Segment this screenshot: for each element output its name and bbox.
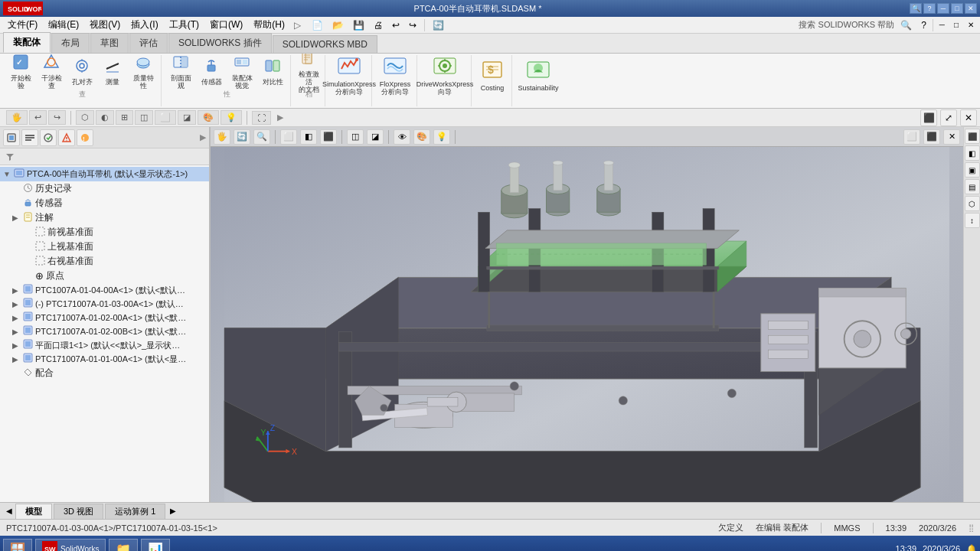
right-btn-1[interactable]: ⬛ (965, 129, 980, 144)
min-app-btn[interactable]: ─ (936, 19, 948, 31)
tree-part-6[interactable]: ▶ PTC171007A-01-01-00A<1> (默认<显示状态-1> (0, 352, 209, 366)
floxpress-btn[interactable]: FloXpress分析向导 (377, 57, 413, 95)
btm-tab-model[interactable]: 模型 (15, 504, 52, 519)
section-view-btn[interactable]: 剖面面观 (166, 57, 195, 87)
sustainability-btn[interactable]: Sustainability (517, 57, 560, 95)
max-app-btn[interactable]: □ (951, 19, 962, 31)
vp-icon-3[interactable]: ↪ (48, 110, 66, 125)
model-view[interactable]: X Y Z (211, 147, 963, 502)
resize-grip[interactable]: ⣿ (969, 523, 974, 532)
right-btn-4[interactable]: ▤ (965, 179, 980, 194)
pan-btn[interactable]: 🖐 (214, 129, 230, 145)
mass-props-btn[interactable]: 质量特性 (129, 57, 158, 87)
view-shade-btn[interactable]: ◧ (300, 129, 317, 145)
hide-show-btn[interactable]: 👁 (394, 129, 410, 145)
tree-right-plane[interactable]: 右视基准面 (0, 254, 209, 269)
viewport[interactable]: 🖐 🔄 🔍 ⬜ ◧ ⬛ ◫ ◪ 👁 🎨 💡 ⬜ ⬛ ✕ (211, 127, 963, 502)
tree-notes[interactable]: ▶ 注解 (0, 210, 209, 225)
redo-btn[interactable]: ↪ (406, 18, 420, 32)
menu-window[interactable]: 窗口(W) (205, 17, 247, 33)
tab-layout[interactable]: 布局 (51, 33, 90, 53)
close-btn[interactable]: ✕ (965, 3, 977, 14)
tree-mates[interactable]: 配合 (0, 366, 209, 380)
part4-expand[interactable]: ▶ (12, 328, 23, 336)
new-btn[interactable]: 📄 (309, 18, 326, 32)
sensor-btn[interactable]: 传感器 (197, 57, 226, 87)
vp-icon-8[interactable]: ⬜ (155, 110, 176, 125)
scroll-right-btn[interactable]: ▶ (167, 507, 179, 515)
tab-mbd[interactable]: SOLIDWORKS MBD (273, 35, 377, 53)
rotate-btn[interactable]: 🔄 (234, 129, 250, 145)
right-btn-2[interactable]: ◧ (965, 145, 980, 161)
close-vp-btn[interactable]: ✕ (943, 129, 960, 145)
tab-evaluate[interactable]: 评估 (129, 33, 168, 53)
tree-root[interactable]: ▼ PTCA-00半自动耳带机 (默认<显示状态-1>) (0, 167, 209, 181)
expand-vp-btn[interactable]: ⬜ (903, 129, 920, 145)
tree-part-2[interactable]: ▶ (-) PTC171007A-01-03-00A<1> (默认<默认_显 (0, 297, 209, 311)
taskbar-ppt-btn[interactable]: 📊 (141, 539, 170, 551)
tab-plugins[interactable]: SOLIDWORKS 插件 (168, 33, 272, 53)
help-btn[interactable]: ? (918, 18, 929, 32)
menu-help[interactable]: 帮助(H) (249, 17, 289, 33)
panel-restore-btn[interactable]: ⬛ (920, 109, 937, 126)
restore-vp-btn[interactable]: ⬛ (923, 129, 940, 145)
driveworksxpress-btn[interactable]: DriveWorksXpress向导 (422, 57, 468, 95)
open-btn[interactable]: 📂 (329, 18, 347, 32)
vp-icon-5[interactable]: ◐ (96, 110, 114, 125)
costing-btn[interactable]: $ Costing (476, 57, 508, 95)
rebuild-btn[interactable]: 🔄 (430, 18, 447, 32)
check-docs-btn[interactable]: 检查激活的文档 (296, 57, 322, 87)
vp-icon-11[interactable]: 💡 (220, 110, 242, 125)
part6-expand[interactable]: ▶ (12, 355, 23, 364)
right-btn-6[interactable]: ↕ (965, 213, 980, 228)
tree-part-5[interactable]: ▶ 平面口環1<1> (默认<<默认>_显示状态 1>) (0, 338, 209, 352)
btm-tab-3d[interactable]: 3D 视图 (54, 504, 103, 519)
lights-btn[interactable]: 💡 (433, 129, 450, 145)
vp-icon-12[interactable]: ⛶ (252, 111, 271, 125)
root-expand[interactable]: ▼ (3, 170, 14, 178)
minimize-btn[interactable]: ─ (937, 3, 949, 14)
tree-top-plane[interactable]: 上视基准面 (0, 240, 209, 254)
vp-icon-10[interactable]: 🎨 (198, 110, 219, 125)
assembly-vis-btn[interactable]: 装配体视觉 (227, 57, 256, 87)
vp-icon-6[interactable]: ⊞ (116, 110, 133, 125)
restore-btn[interactable]: □ (951, 3, 963, 14)
menu-file[interactable]: 文件(F) (3, 17, 42, 33)
zoom-btn[interactable]: 🔍 (253, 129, 270, 145)
tab-sketch[interactable]: 草图 (90, 33, 129, 53)
vp-icon-1[interactable]: 🖐 (6, 110, 28, 125)
tree-part-4[interactable]: ▶ PTC171007A-01-02-00B<1> (默认<默认_显示状态 (0, 324, 209, 338)
clip-view-btn[interactable]: ◪ (367, 129, 384, 145)
panel-expand-btn[interactable]: ⤢ (940, 109, 957, 126)
print-btn[interactable]: 🖨 (371, 18, 386, 32)
section-view-vp-btn[interactable]: ◫ (347, 129, 364, 145)
interference-check-btn[interactable]: 干涉检查 (37, 57, 66, 87)
measure-btn[interactable]: 测量 (98, 57, 127, 87)
menu-insert[interactable]: 插入(I) (126, 17, 162, 33)
search-title-btn[interactable]: 🔍 (910, 3, 922, 14)
titlebar-controls[interactable]: 🔍 ? ─ □ ✕ (910, 3, 977, 14)
vp-icon-2[interactable]: ↩ (29, 110, 47, 125)
menu-view[interactable]: 视图(V) (85, 17, 125, 33)
panel-btn-1[interactable] (3, 129, 20, 146)
vp-icon-9[interactable]: ◪ (178, 110, 196, 125)
hole-align-btn[interactable]: 孔对齐 (67, 57, 96, 87)
view-wire-btn[interactable]: ⬛ (320, 129, 337, 145)
part1-expand[interactable]: ▶ (12, 286, 23, 295)
vp-icon-7[interactable]: ◫ (135, 110, 153, 125)
scroll-left-btn[interactable]: ◀ (3, 507, 15, 515)
vp-icon-4[interactable]: ⬡ (76, 110, 94, 125)
save-btn[interactable]: 💾 (350, 18, 368, 32)
panel-btn-2[interactable] (21, 129, 38, 146)
tree-part-1[interactable]: ▶ PTC1007A-01-04-00A<1> (默认<默认_显示状态 (0, 283, 209, 297)
compare-btn[interactable]: 对比性 (258, 57, 287, 87)
menu-tools[interactable]: 工具(T) (165, 17, 204, 33)
notes-expand[interactable]: ▶ (12, 214, 23, 222)
taskbar-sw-btn[interactable]: SW SolidWorks (35, 539, 106, 551)
btm-tab-motion[interactable]: 运动算例 1 (105, 504, 165, 519)
right-btn-5[interactable]: ⬡ (965, 196, 980, 211)
start-check-btn[interactable]: ✓ 开始检验 (6, 57, 35, 87)
panel-btn-5[interactable]: ! (77, 129, 93, 146)
tab-assembly[interactable]: 装配体 (3, 32, 51, 53)
part2-expand[interactable]: ▶ (12, 300, 23, 308)
